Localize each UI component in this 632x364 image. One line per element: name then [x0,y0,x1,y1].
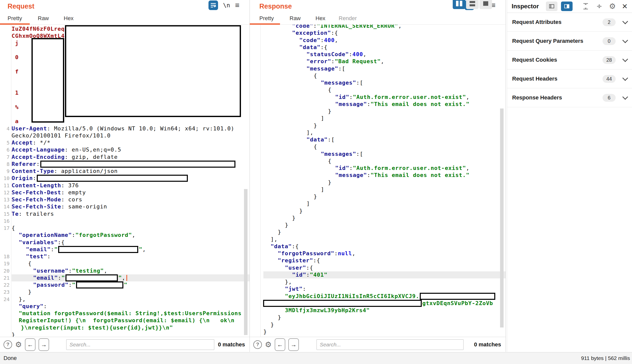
code-text: Gecko/20100101 Firefox/101.0 [12,132,111,139]
code-text: "Auth.form.error.user.not-exist" [353,94,466,100]
code-row: "register":{ [263,257,506,264]
code-row: ], [263,236,506,243]
tab-render[interactable]: Render [339,15,357,22]
code-text: gtxvDEqnSVuPbY-2ZoVb [422,300,493,306]
code-text: Sec-Fetch-Dest [12,189,61,196]
inspector-section-request-headers[interactable]: Request Headers 44 [507,69,632,88]
code-row: } [263,328,506,335]
code-row: 17{ [12,225,250,232]
code-text: "operationName" [19,232,72,238]
tab-pretty[interactable]: Pretty [259,15,274,22]
count-badge: 28 [603,56,616,64]
code-text: "statusCode" [306,51,349,57]
word-wrap-toggle-button[interactable] [208,1,218,10]
code-text: ] [321,186,324,193]
code-row: "eyJhbGciOiJIUzI1NiIsInR5cCI6IkpXVCJ9. [263,293,506,300]
search-next-button[interactable]: → [39,338,49,351]
code-text: , [122,275,125,281]
code-row: 11Content-Length: 376 [12,182,250,189]
tab-hex[interactable]: Hex [64,15,74,22]
inspector-dock-columns-button[interactable] [546,2,557,11]
code-row: 15Te: trailers [12,210,250,217]
layout-single-button[interactable] [479,0,492,9]
code-row: 18"test": [12,253,250,260]
request-tabs: Pretty Raw Hex [0,13,250,24]
inspector-section-response-headers[interactable]: Response Headers 6 [507,88,632,107]
inspector-section-request-cookies[interactable]: Request Cookies 28 [507,51,632,69]
search-prev-button[interactable]: ← [275,338,285,351]
code-row: } [263,179,506,186]
redaction-box [58,246,138,253]
collapse-all-icon[interactable] [595,3,603,10]
code-text: f [12,68,19,75]
code-text: : [58,275,61,281]
code-row: "error":"Bad Request", [263,58,506,65]
search-input[interactable] [66,339,214,350]
code-text: : [68,268,72,274]
close-icon[interactable]: ✕ [622,2,628,11]
inspector-header: Inspector ⚙ ✕ [507,0,632,13]
gear-icon[interactable]: ⚙ [265,341,272,348]
editor-menu-icon[interactable]: ≡ [235,2,239,9]
code-text: "testing" [72,268,104,274]
response-vertical-scrollbar[interactable] [500,108,504,327]
code-text: "code" [299,37,321,43]
search-input[interactable] [317,339,464,350]
tab-pretty[interactable]: Pretty [8,15,22,22]
code-text: : Mozilla/5.0 (Windows NT 10.0; Win64; x… [47,125,234,132]
code-row: "query": [12,303,250,310]
request-body-viewer[interactable]: IuZ04fN6zF0LreqCGhxmOoQ8WXmtL4 j 0 f 1 %… [0,25,250,337]
request-vertical-scrollbar[interactable] [244,189,248,335]
code-row: 3MDlfjx3mzwL39ybHp2Krs4" [263,307,506,314]
code-text: "mutation forgotPassword($email: String!… [19,310,242,316]
line-number: 9 [0,168,10,175]
code-row: 24}, [12,296,250,303]
expand-all-icon[interactable] [582,3,589,10]
search-next-button[interactable]: → [288,338,299,351]
code-text: : [331,58,335,64]
code-row: Gecko/20100101 Firefox/101.0 [12,132,250,139]
inspector-section-request-attributes[interactable]: Request Attributes 2 [507,13,632,32]
help-icon[interactable]: ? [253,340,262,349]
code-text: } [314,193,317,200]
code-row: } [263,222,506,229]
code-text: } [12,332,15,337]
code-row: "forgotPassword":null, [263,250,506,257]
search-match-count: 0 matches [218,341,246,348]
tab-hex[interactable]: Hex [315,15,325,22]
request-panel-header: Request Pretty Raw Hex \n ≡ [0,0,250,25]
code-text: IuZ04fN6zF0Lreq [12,26,65,32]
redaction-box [65,274,118,281]
section-label: Request Cookies [512,57,603,63]
code-row: 14Sec-Fetch-Site: same-origin [12,203,250,210]
line-number: 15 [0,210,10,217]
gear-icon[interactable]: ⚙ [609,3,616,10]
code-text: : [349,94,353,100]
search-prev-button[interactable]: ← [25,338,36,351]
tab-raw[interactable]: Raw [38,15,49,22]
code-text: RegisterInput!) {\n forgotPassword(email… [19,317,235,323]
show-newlines-button[interactable]: \n [223,2,230,9]
code-text: :{ [306,265,313,271]
layout-rows-button[interactable] [466,0,479,9]
code-row: "user":{ [263,264,506,271]
code-row: "id":"Auth.form.error.user.not-exist", [263,94,506,101]
code-text: :[ [328,136,335,143]
tab-raw[interactable]: Raw [290,15,301,22]
code-text: "register" [278,257,313,264]
layout-columns-button[interactable] [453,0,465,9]
gear-icon[interactable]: ⚙ [15,341,22,348]
code-text: : [349,165,353,171]
code-text: :{ [313,257,320,264]
code-text: : [334,250,338,257]
response-body-viewer[interactable]: "code":"INTERNAL_SERVER_ERROR","exceptio… [250,25,506,337]
code-text: :{ [321,44,328,50]
code-text: } [263,329,267,335]
code-row: { [263,143,506,150]
inspector-dock-side-button[interactable] [561,2,573,11]
gutter-divider [260,25,261,337]
help-icon[interactable]: ? [4,340,12,349]
code-row: gtxvDEqnSVuPbY-2ZoVb [263,300,506,307]
inspector-section-request-query-parameters[interactable]: Request Query Parameters 0 [507,32,632,51]
code-text: "email" [26,246,51,252]
